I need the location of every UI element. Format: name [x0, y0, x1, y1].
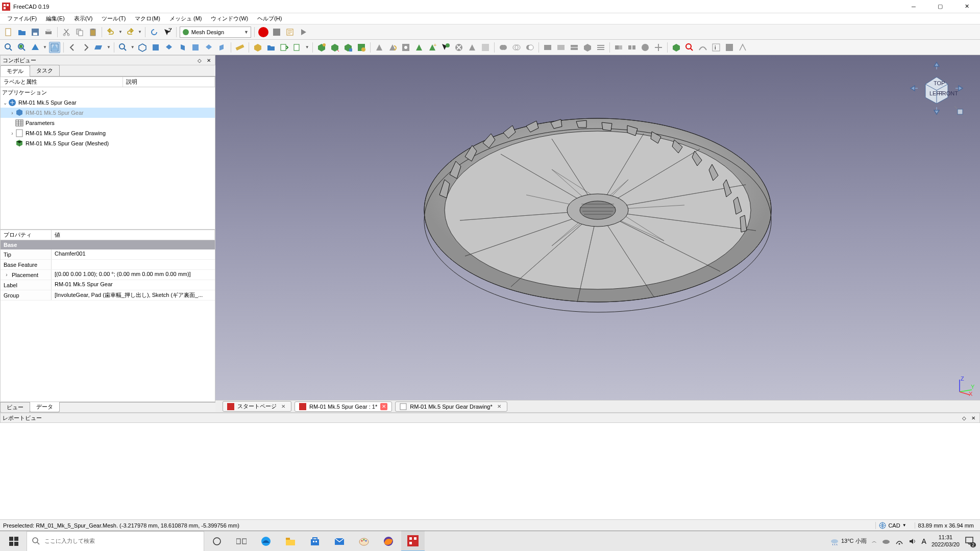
fit-all-button[interactable] [3, 42, 14, 53]
prop-value[interactable]: Chamfer001 [52, 249, 215, 259]
tray-chevron[interactable]: ︿ [872, 538, 877, 545]
prop-row[interactable]: Label RM-01 Mk.5 Spur Gear [1, 280, 215, 290]
panel-close-button[interactable]: ✕ [969, 414, 977, 422]
doc-tab-drawing[interactable]: RM-01 Mk.5 Spur Gear Drawing* ✕ [395, 402, 507, 412]
prop-value[interactable]: [(0.00 0.00 1.00); 0.00 °; (0.00 mm 0.00… [52, 270, 215, 280]
task-view-button[interactable] [230, 531, 253, 552]
link-button[interactable] [93, 42, 105, 53]
report-view-titlebar[interactable]: レポートビュー ◇ ✕ [0, 413, 980, 423]
taskbar-edge[interactable] [254, 531, 278, 552]
mesh-unwrap-button[interactable] [724, 42, 735, 53]
whats-this-button[interactable]: ? [162, 27, 173, 38]
mesh-close-hole-button[interactable] [413, 42, 425, 53]
link-actions-dropdown[interactable]: ▼ [305, 45, 309, 49]
save-button[interactable] [30, 27, 41, 38]
mesh-trim-plane-button[interactable] [569, 42, 580, 53]
menu-help[interactable]: ヘルプ(H) [253, 14, 286, 23]
macro-run-button[interactable] [298, 27, 309, 38]
zoom-button[interactable] [117, 42, 129, 53]
mesh-refinement-button[interactable] [356, 42, 367, 53]
taskbar-search[interactable]: ここに入力して検索 [27, 531, 204, 552]
mesh-segment-button[interactable] [467, 42, 478, 53]
tree-item-mesh[interactable]: RM-01 Mk.5 Spur Gear (Meshed) [1, 138, 215, 148]
mesh-fill-holes-button[interactable] [400, 42, 411, 53]
mesh-curvature-button[interactable] [697, 42, 708, 53]
menu-view[interactable]: 表示(V) [70, 14, 97, 23]
isometric-view-button[interactable] [137, 42, 148, 53]
taskbar-firefox[interactable] [377, 531, 400, 552]
tree-item-body[interactable]: › RM-01 Mk.5 Spur Gear [1, 108, 215, 118]
mesh-eval-button[interactable] [684, 42, 695, 53]
tab-task[interactable]: タスク [30, 65, 60, 76]
undo-dropdown[interactable]: ▼ [118, 30, 122, 34]
taskbar-mail[interactable] [328, 531, 351, 552]
taskbar-paint[interactable] [352, 531, 376, 552]
mesh-import-button[interactable] [316, 42, 327, 53]
redo-button[interactable] [125, 27, 136, 38]
print-button[interactable] [43, 27, 54, 38]
3d-viewport[interactable]: LEFT FRONT TOP Z Y X [215, 55, 980, 400]
panel-float-button[interactable]: ◇ [195, 56, 204, 64]
mesh-split-button[interactable] [626, 42, 638, 53]
taskbar-explorer[interactable] [279, 531, 302, 552]
mesh-smooth-button[interactable] [480, 42, 491, 53]
paste-button[interactable] [87, 27, 99, 38]
tree-item-parameters[interactable]: Parameters [1, 118, 215, 128]
menu-file[interactable]: ファイル(F) [3, 14, 41, 23]
taskbar-clock[interactable]: 11:31 2022/03/20 [932, 534, 960, 547]
open-file-button[interactable] [16, 27, 28, 38]
close-button[interactable]: ✕ [955, 1, 978, 13]
rear-view-button[interactable] [190, 42, 201, 53]
doc-tab-gear[interactable]: RM-01 Mk.5 Spur Gear : 1* ✕ [295, 402, 392, 412]
redo-dropdown[interactable]: ▼ [138, 30, 142, 34]
draw-style-dropdown[interactable]: ▼ [43, 45, 47, 49]
part-create-button[interactable] [252, 42, 263, 53]
menu-edit[interactable]: 編集(E) [42, 14, 69, 23]
mesh-boolean-intersect-button[interactable] [511, 42, 522, 53]
mesh-decimate-button[interactable] [653, 42, 664, 53]
fit-selection-button[interactable] [16, 42, 28, 53]
prop-value[interactable]: [InvoluteGear, Pad (歯車幅_押し出し), Sketch (ギ… [52, 290, 215, 300]
tab-close-button[interactable]: ✕ [380, 403, 387, 410]
undo-button[interactable] [105, 27, 116, 38]
bottom-view-button[interactable] [203, 42, 214, 53]
mesh-export-button[interactable] [329, 42, 340, 53]
mesh-cross-sections-button[interactable] [595, 42, 606, 53]
panel-close-button[interactable]: ✕ [205, 56, 213, 64]
taskbar-freecad[interactable] [401, 531, 425, 552]
link-actions-button[interactable] [292, 42, 303, 53]
menu-macro[interactable]: マクロ(M) [131, 14, 164, 23]
mesh-add-triangle-button[interactable]: + [427, 42, 438, 53]
macro-stop-button[interactable] [271, 27, 282, 38]
tree-item-drawing[interactable]: › RM-01 Mk.5 Spur Gear Drawing [1, 128, 215, 138]
nav-style-selector[interactable]: CAD ▼ [875, 522, 909, 529]
draw-style-button[interactable] [30, 42, 41, 53]
prop-row[interactable]: ›Placement [(0.00 0.00 1.00); 0.00 °; (0… [1, 270, 215, 280]
ime-indicator[interactable]: A [922, 537, 926, 545]
mesh-face-info-button[interactable] [737, 42, 748, 53]
start-button[interactable] [2, 531, 26, 552]
workbench-selector[interactable]: Mesh Design ▼ [180, 27, 251, 38]
weather-widget[interactable]: 13°C 小雨 [830, 537, 867, 546]
mesh-section-button[interactable] [582, 42, 593, 53]
front-view-button[interactable] [150, 42, 161, 53]
mesh-flip-button[interactable] [387, 42, 398, 53]
prop-row[interactable]: Group [InvoluteGear, Pad (歯車幅_押し出し), Ske… [1, 290, 215, 300]
mesh-merge-button[interactable] [613, 42, 624, 53]
maximize-button[interactable]: ▢ [929, 1, 951, 13]
macro-record-button[interactable] [258, 27, 269, 38]
refresh-button[interactable] [149, 27, 160, 38]
mesh-boolean-union-button[interactable] [498, 42, 509, 53]
menu-tools[interactable]: ツール(T) [97, 14, 130, 23]
taskbar-store[interactable] [303, 531, 327, 552]
onedrive-icon[interactable] [882, 537, 890, 545]
panel-float-button[interactable]: ◇ [960, 414, 968, 422]
mesh-cut-button[interactable] [542, 42, 553, 53]
mesh-from-shape-button[interactable] [342, 42, 354, 53]
tree-document[interactable]: ⌄ RM-01 Mk.5 Spur Gear [1, 97, 215, 108]
mesh-remove-button[interactable] [440, 42, 451, 53]
tree-toggle[interactable]: ⌄ [2, 100, 8, 106]
mesh-remove-comp-button[interactable] [453, 42, 464, 53]
prop-row[interactable]: Base Feature [1, 260, 215, 270]
tree-toggle[interactable]: › [9, 110, 15, 116]
